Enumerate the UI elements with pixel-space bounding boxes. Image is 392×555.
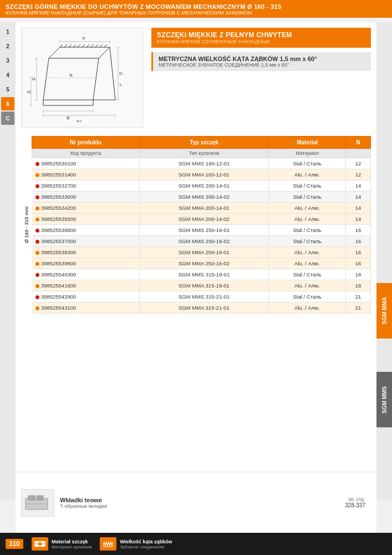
table-row: 398525534200SGM MMA 200-14-01Alu. / Алю.… <box>32 203 371 214</box>
cell-material: Stal / Сталь <box>269 180 346 191</box>
cell-code: 398525537000 <box>32 236 139 247</box>
svg-text:H: H <box>32 77 35 82</box>
cell-material: Alu. / Алю. <box>269 258 346 269</box>
cell-n: 21 <box>345 302 370 314</box>
metric-info-box: METRYCZNA WIELKOŚĆ KĄTA ZĄBKÓW 1,5 mm x … <box>151 52 371 71</box>
cell-material: Alu. / Алю. <box>269 203 346 214</box>
cell-type: SGM MMS 315-21-01 <box>139 291 269 302</box>
svg-line-18 <box>86 44 89 47</box>
cell-material: Stal / Сталь <box>269 291 346 302</box>
cell-material: Alu. / Алю. <box>269 169 346 180</box>
cell-material: Alu. / Алю. <box>269 247 346 258</box>
orange-dot-icon <box>35 262 39 266</box>
sidebar-item-c[interactable]: C <box>1 112 14 125</box>
svg-text:H1: H1 <box>27 89 32 94</box>
col-header-code: Nr produktu <box>32 137 139 149</box>
diagram-box: b H D B B1 H1 N L <box>21 28 143 128</box>
bottom-nav-section: Wkładki teowe Т-образные вкладки str. ст… <box>16 472 376 533</box>
orange-dot-icon <box>35 306 39 310</box>
sgm-mms-label: SGM MMS <box>376 372 392 427</box>
orange-dot-icon <box>35 284 39 288</box>
table-row: 398525542900SGM MMS 315-21-01Stal / Стал… <box>32 291 371 302</box>
svg-text:D: D <box>119 71 123 76</box>
table-row: 398525531400SGM MMA 160-12-01Alu. / Алю.… <box>32 169 371 180</box>
svg-text:b: b <box>83 36 85 41</box>
bottom-page-ref: 328-337 <box>345 502 365 508</box>
cell-material: Stal / Сталь <box>269 236 346 247</box>
table-row: 398525537000SGM MMS 250-16-02Stal / Стал… <box>32 236 371 247</box>
table-row: 398525541600SGM MMA 315-18-01Alu. / Алю.… <box>32 280 371 291</box>
cell-material: Alu. / Алю. <box>269 302 346 314</box>
sidebar-item-5[interactable]: 5 <box>1 83 14 96</box>
cell-type: SGM MMS 315-18-01 <box>139 269 269 280</box>
table-row: 398525533000SGM MMS 200-14-02Stal / Стал… <box>32 191 371 203</box>
red-dot-icon <box>35 184 39 188</box>
cell-code: 398525543100 <box>32 302 139 314</box>
cell-n: 14 <box>345 214 370 225</box>
cell-material: Stal / Сталь <box>269 269 346 280</box>
cell-code: 398525533000 <box>32 191 139 203</box>
sidebar-item-4[interactable]: 4 <box>1 68 14 82</box>
col-subheader-code: Код продукта <box>32 149 139 158</box>
cell-n: 14 <box>345 203 370 214</box>
diameter-label-wrapper: Ø 160 - 315 mm <box>21 136 32 314</box>
red-dot-icon <box>35 229 39 233</box>
svg-line-8 <box>93 58 99 100</box>
col-subheader-material: Материал <box>269 149 346 158</box>
cell-code: 398525535500 <box>32 214 139 225</box>
col-header-material: Materiał <box>269 137 346 149</box>
table-row: 398525530100SGM MMS 160-12-01Stal / Стал… <box>32 158 371 169</box>
table-row: 398525536800SGM MMS 250-16-01Stal / Стал… <box>32 225 371 236</box>
cell-code: 398525538300 <box>32 247 139 258</box>
cell-n: 16 <box>345 225 370 236</box>
sidebar-item-1[interactable]: 1 <box>1 25 14 38</box>
svg-line-16 <box>78 44 80 47</box>
cell-code: 398525539600 <box>32 258 139 269</box>
svg-rect-51 <box>28 496 35 500</box>
right-sidebar: SGM MMA SGM MMS <box>376 22 392 500</box>
red-dot-icon <box>35 195 39 199</box>
svg-line-17 <box>82 44 85 47</box>
footer-item-tooth: Wielkość kąta ząbków Зубчатое соединение <box>100 537 172 551</box>
cell-type: SGM MMA 160-12-01 <box>139 169 269 180</box>
svg-line-3 <box>99 47 110 58</box>
table-wrapper: Ø 160 - 315 mm Nr produktu Typ szczęk Ma… <box>21 136 371 314</box>
svg-text:B: B <box>67 115 69 120</box>
bottom-nav-name-ru: Т-образные вкладки <box>60 503 339 509</box>
tooth-icon-box <box>100 537 116 551</box>
diagram-svg: b H D B B1 H1 N L <box>27 33 138 122</box>
cell-material: Stal / Сталь <box>269 158 346 169</box>
col-header-n: N <box>345 137 370 149</box>
cell-type: SGM MMS 160-12-01 <box>139 158 269 169</box>
cell-material: Alu. / Алю. <box>269 280 346 291</box>
table-row: 398525539600SGM MMA 250-16-02Alu. / Алю.… <box>32 258 371 269</box>
table-row: 398525540300SGM MMS 315-18-01Stal / Стал… <box>32 269 371 280</box>
diagram-section: b H D B B1 H1 N L SZCZĘKI MIĘKKIE Z PEŁN… <box>16 22 376 133</box>
cell-n: 18 <box>345 280 370 291</box>
svg-line-12 <box>60 44 63 47</box>
cell-type: SGM MMS 200-14-01 <box>139 180 269 191</box>
footer-item-material: Materiał szczęk Материал кулачков <box>32 537 91 551</box>
table-row: 398525538300SGM MMA 250-16-01Alu. / Алю.… <box>32 247 371 258</box>
product-title-box: SZCZĘKI MIĘKKIE Z PEŁNYM CHWYTEM КУЛАЧКИ… <box>151 28 371 48</box>
table-row: 398525535500SGM MMA 200-14-02Alu. / Алю.… <box>32 214 371 225</box>
red-dot-icon <box>35 162 39 166</box>
page-number: 310 <box>6 539 23 549</box>
material-icon-box <box>32 537 48 551</box>
cell-type: SGM MMA 200-14-02 <box>139 214 269 225</box>
main-content: b H D B B1 H1 N L SZCZĘKI MIĘKKIE Z PEŁN… <box>16 22 376 472</box>
svg-line-21 <box>100 44 103 47</box>
col-subheader-n <box>345 149 370 158</box>
sidebar-item-3[interactable]: 3 <box>1 54 14 67</box>
cell-type: SGM MMS 250-16-01 <box>139 225 269 236</box>
cell-n: 12 <box>345 158 370 169</box>
cell-code: 398525536800 <box>32 225 139 236</box>
sidebar-item-6[interactable]: 6 <box>1 97 14 110</box>
col-header-type: Typ szczęk <box>139 137 269 149</box>
header-title-ru: КУЛАЧКИ МЯГКИЕ НАКЛАДНЫЕ (СЫРЫЕ) ДЛЯ ТОК… <box>6 10 386 16</box>
cell-n: 16 <box>345 236 370 247</box>
sidebar-item-2[interactable]: 2 <box>1 39 14 53</box>
sgm-mma-label: SGM MMA <box>376 283 392 339</box>
cell-n: 14 <box>345 191 370 203</box>
cell-type: SGM MMA 250-16-02 <box>139 258 269 269</box>
